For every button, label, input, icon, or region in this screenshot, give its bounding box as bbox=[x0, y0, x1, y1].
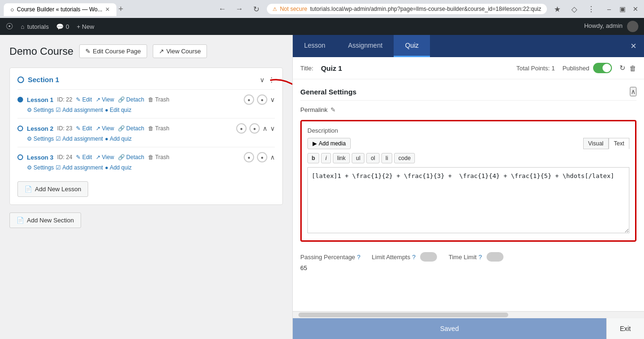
lesson-2-edit-link[interactable]: ✎ Edit bbox=[76, 125, 92, 132]
li-format-button[interactable]: li bbox=[381, 153, 392, 163]
lesson-3-trash-link[interactable]: 🗑 Trash bbox=[148, 154, 169, 161]
lesson-3-add-assignment-link[interactable]: ☑ Add assignment bbox=[56, 164, 103, 171]
horizontal-scrollbar[interactable] bbox=[293, 311, 644, 318]
lesson-2-main-row: Lesson 2 ID: 23 ✎ Edit ↗ View 🔗 Detach bbox=[17, 123, 275, 134]
wordpress-logo-icon[interactable]: ☉ bbox=[6, 21, 13, 32]
code-format-button[interactable]: code bbox=[394, 153, 415, 163]
add-media-label: Add media bbox=[319, 140, 346, 147]
new-tab-button[interactable]: + bbox=[116, 2, 125, 16]
wp-site-link[interactable]: ⌂ tutorials bbox=[21, 23, 49, 30]
tab-close-button[interactable]: ✕ bbox=[105, 6, 110, 13]
time-limit-toggle[interactable] bbox=[487, 252, 504, 262]
lesson-3-view-link[interactable]: ↗ View bbox=[96, 154, 114, 161]
browser-menu-button[interactable]: ⋮ bbox=[585, 2, 598, 16]
undo-icon[interactable]: ↻ bbox=[619, 64, 626, 72]
permalink-edit-icon[interactable]: ✎ bbox=[330, 106, 336, 113]
link-format-button[interactable]: link bbox=[333, 153, 350, 163]
forward-button[interactable]: → bbox=[233, 2, 246, 16]
description-textarea[interactable]: [latex]1 + \frac{1}{2} + \frac{1}{3} + \… bbox=[307, 167, 629, 233]
lesson-3-expand-button[interactable]: ∧ bbox=[270, 153, 275, 161]
lesson-2-add-assignment-link[interactable]: ☑ Add assignment bbox=[56, 136, 103, 142]
reload-button[interactable]: ↻ bbox=[250, 2, 263, 16]
back-button[interactable]: ← bbox=[216, 2, 229, 16]
lesson-2-add-quiz-link[interactable]: ● Add quiz bbox=[105, 136, 132, 142]
lesson-1-visibility-icon[interactable]: ● bbox=[244, 94, 254, 105]
close-window-button[interactable]: ✕ bbox=[631, 4, 640, 14]
lesson-1-id: ID: 22 bbox=[57, 96, 72, 103]
lesson-3-detach-link[interactable]: 🔗 Detach bbox=[118, 154, 144, 161]
lesson-3-add-quiz-link[interactable]: ● Add quiz bbox=[105, 164, 132, 171]
lesson-2-view-link[interactable]: ↗ View bbox=[96, 125, 114, 132]
tab-quiz[interactable]: Quiz bbox=[394, 35, 430, 57]
panel-close-button[interactable]: ✕ bbox=[623, 35, 644, 57]
lesson-1-trash-link[interactable]: 🗑 Trash bbox=[148, 96, 169, 103]
bold-format-button[interactable]: b bbox=[307, 153, 319, 163]
section-menu-button[interactable]: ⋮ bbox=[268, 76, 275, 84]
lesson-1-name[interactable]: Lesson 1 bbox=[27, 96, 53, 103]
exit-button[interactable]: Exit bbox=[606, 318, 644, 339]
maximize-button[interactable]: ▣ bbox=[618, 4, 627, 14]
browser-extension-icon[interactable]: ◇ bbox=[568, 2, 581, 16]
text-tab-button[interactable]: Text bbox=[609, 138, 629, 149]
add-new-section-button[interactable]: 📄 Add New Section bbox=[9, 212, 81, 228]
edit-icon: ✎ bbox=[76, 125, 81, 132]
lesson-2-settings-link[interactable]: ⚙ Settings bbox=[27, 136, 54, 142]
saved-button[interactable]: Saved bbox=[293, 318, 606, 339]
limit-attempts-help-icon[interactable]: ? bbox=[412, 254, 415, 261]
ul-format-button[interactable]: ul bbox=[352, 153, 364, 163]
lesson-3-lock-icon[interactable]: ● bbox=[257, 152, 267, 162]
minimize-button[interactable]: – bbox=[604, 4, 614, 14]
lesson-2-name[interactable]: Lesson 2 bbox=[27, 125, 53, 132]
description-toolbar: ▶ Add media Visual Text bbox=[307, 138, 629, 149]
scrollbar-thumb[interactable] bbox=[298, 313, 508, 317]
section-controls: ∨ ⋮ bbox=[260, 76, 275, 84]
comments-count: 0 bbox=[66, 23, 69, 30]
published-toggle[interactable] bbox=[593, 63, 612, 73]
settings-icon: ⚙ bbox=[27, 107, 32, 113]
lesson-3-name[interactable]: Lesson 3 bbox=[27, 154, 53, 161]
visual-tab-button[interactable]: Visual bbox=[583, 138, 609, 149]
right-panel: Lesson Assignment Quiz ✕ Title: Quiz 1 T… bbox=[292, 35, 644, 339]
wp-admin-bar-left: ☉ ⌂ tutorials 💬 0 + New bbox=[6, 21, 577, 32]
general-settings-collapse-button[interactable]: ∧ bbox=[630, 87, 636, 96]
lesson-3-actions-row: ⚙ Settings ☑ Add assignment ● Add quiz bbox=[27, 162, 275, 171]
view-course-button[interactable]: ↗ View Course bbox=[153, 44, 207, 58]
limit-attempts-label: Limit Attempts ? bbox=[372, 252, 438, 262]
lesson-2-collapse-button[interactable]: ∨ bbox=[270, 125, 275, 132]
add-new-lesson-button[interactable]: 📄 Add New Lesson bbox=[17, 181, 88, 197]
lesson-1-collapse-button[interactable]: ∨ bbox=[270, 96, 275, 103]
italic-format-button[interactable]: i bbox=[321, 153, 331, 163]
lesson-3-settings-link[interactable]: ⚙ Settings bbox=[27, 164, 54, 171]
course-title: Demo Course bbox=[9, 45, 74, 58]
tab-lesson[interactable]: Lesson bbox=[293, 35, 337, 57]
lesson-1-detach-link[interactable]: 🔗 Detach bbox=[118, 96, 144, 103]
tab-assignment[interactable]: Assignment bbox=[337, 35, 394, 57]
ol-format-button[interactable]: ol bbox=[366, 153, 379, 163]
edit-course-page-button[interactable]: ✎ Edit Course Page bbox=[79, 44, 147, 58]
limit-attempts-toggle[interactable] bbox=[420, 252, 437, 262]
lesson-3-edit-link[interactable]: ✎ Edit bbox=[76, 154, 92, 161]
lesson-2-trash-link[interactable]: 🗑 Trash bbox=[148, 125, 169, 132]
lesson-1-lock-icon[interactable]: ● bbox=[257, 94, 267, 105]
lesson-2-expand-button[interactable]: ∧ bbox=[263, 125, 267, 132]
wp-new-link[interactable]: + New bbox=[77, 23, 94, 30]
delete-quiz-icon[interactable]: 🗑 bbox=[629, 64, 636, 72]
add-media-button[interactable]: ▶ Add media bbox=[307, 138, 351, 149]
lesson-3-visibility-icon[interactable]: ● bbox=[244, 152, 254, 162]
address-bar[interactable]: ⚠ Not secure tutorials.local/wp-admin/ad… bbox=[267, 4, 547, 14]
time-limit-help-icon[interactable]: ? bbox=[479, 254, 482, 261]
passing-percentage-help-icon[interactable]: ? bbox=[357, 254, 360, 261]
lesson-1-add-assignment-link[interactable]: ☑ Add assignment bbox=[56, 107, 103, 113]
lesson-2-lock-icon[interactable]: ● bbox=[249, 123, 260, 134]
wp-comments-link[interactable]: 💬 0 bbox=[56, 23, 69, 30]
lesson-2-visibility-icon[interactable]: ● bbox=[236, 123, 247, 134]
lesson-2-detach-link[interactable]: 🔗 Detach bbox=[118, 125, 144, 132]
section-collapse-button[interactable]: ∨ bbox=[260, 76, 264, 84]
lesson-1-edit-quiz-link[interactable]: ● Edit quiz bbox=[105, 107, 131, 113]
lesson-1-settings-link[interactable]: ⚙ Settings bbox=[27, 107, 54, 113]
lesson-1-edit-link[interactable]: ✎ Edit bbox=[76, 96, 92, 103]
browser-tab-active[interactable]: ○ Course Builder « tutorials — Wo... ✕ bbox=[4, 3, 116, 16]
bookmark-button[interactable]: ★ bbox=[551, 2, 564, 16]
lesson-1-view-link[interactable]: ↗ View bbox=[96, 96, 114, 103]
quiz-icon: ● bbox=[105, 136, 108, 142]
